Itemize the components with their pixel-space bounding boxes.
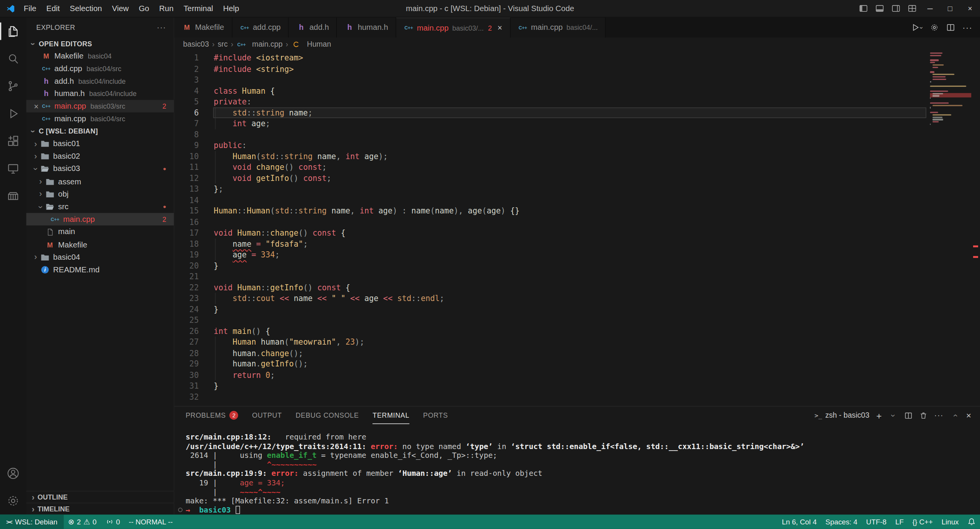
kill-terminal-icon[interactable] [919,411,927,419]
code-line-26[interactable]: 26int main() { [175,326,980,337]
editor-tab-human.h[interactable]: h human.h [337,18,397,37]
panel-more-actions-icon[interactable]: ··· [934,411,944,420]
split-terminal-icon[interactable] [904,411,912,419]
activitybar-source-control[interactable] [0,72,26,100]
panel-tab-problems[interactable]: PROBLEMS2 [186,407,238,424]
code-editor[interactable]: 1#include <iostream>2#include <string>34… [175,51,980,406]
code-line-17[interactable]: 17void Human::change() const { [175,227,980,238]
tree-item-main[interactable]: main [26,226,174,238]
code-line-8[interactable]: 8 [175,129,980,140]
panel-tab-ports[interactable]: PORTS [423,407,448,424]
tree-item-src[interactable]: › src ● [26,200,174,213]
code-line-18[interactable]: 18 name = "fdsafa"; [175,238,980,249]
activitybar-run-debug[interactable] [0,100,26,127]
code-line-31[interactable]: 31} [175,380,980,391]
breadcrumb-Human[interactable]: Human [291,40,331,49]
activitybar-account[interactable] [0,460,26,487]
tree-item-assem[interactable]: › assem [26,175,174,188]
code-line-30[interactable]: 30 return 0; [175,369,980,381]
problems-indicator[interactable]: ⊗ 2 ⚠ 0 [64,514,101,529]
statusbar-eol[interactable]: LF [891,514,908,529]
panel-tab-terminal[interactable]: TERMINAL [372,407,409,424]
menubar-item-run[interactable]: Run [154,0,179,17]
open-editors-header[interactable]: › OPEN EDITORS [26,37,174,50]
new-terminal-icon[interactable]: + [876,410,882,421]
terminal-output[interactable]: src/main.cpp:18:12: required from here/u… [175,424,980,515]
close-button[interactable]: × [960,0,980,17]
editor-tab-main.cpp[interactable]: C++ main.cpp basic04/... [510,18,606,37]
open-editor-item[interactable]: C++ add.cpp basic04/src [26,62,174,75]
code-line-23[interactable]: 23 std::cout << name << " " << age << st… [175,293,980,304]
menubar-item-edit[interactable]: Edit [41,0,65,17]
ports-indicator[interactable]: 0 [101,514,124,529]
code-line-29[interactable]: 29 human.getInfo(); [175,358,980,369]
tree-item-obj[interactable]: › obj [26,188,174,200]
code-line-27[interactable]: 27 Human human("meowrain", 23); [175,337,980,348]
explorer-more-actions-icon[interactable]: ··· [157,23,166,32]
breadcrumb-basic03[interactable]: basic03 [183,40,209,49]
menubar-item-file[interactable]: File [19,0,41,17]
tree-item-README.md[interactable]: i README.md [26,264,174,276]
outline-section[interactable]: › OUTLINE [26,491,174,503]
code-line-15[interactable]: 15Human::Human(std::string name, int age… [175,205,980,216]
code-line-22[interactable]: 22void Human::getInfo() const { [175,282,980,293]
code-line-13[interactable]: 13}; [175,184,980,195]
statusbar-language-mode[interactable]: {} C++ [908,514,937,529]
code-line-16[interactable]: 16 [175,216,980,228]
code-line-11[interactable]: 11 void change() const; [175,162,980,173]
editor-tab-Makefile[interactable]: M Makefile [175,18,232,37]
split-editor-icon[interactable] [946,23,955,32]
code-line-21[interactable]: 21 [175,271,980,282]
tree-item-basic02[interactable]: › basic02 [26,150,174,163]
statusbar-cpp-configuration[interactable]: Linux [937,514,963,529]
vim-mode-indicator[interactable]: -- NORMAL -- [124,514,177,529]
tree-item-Makefile[interactable]: M Makefile [26,238,174,251]
close-panel-icon[interactable]: × [966,410,971,420]
code-line-32[interactable]: 32 [175,391,980,402]
customize-layout-icon[interactable] [904,0,920,17]
notifications-bell-icon[interactable] [963,514,980,529]
menubar-item-view[interactable]: View [107,0,134,17]
run-file-button[interactable]: › [911,23,923,32]
toggle-secondary-sidebar-icon[interactable] [887,0,903,17]
breadcrumb-src[interactable]: src [218,40,228,49]
code-line-7[interactable]: 7 int age; [175,118,980,129]
code-line-5[interactable]: 5private: [175,96,980,107]
code-line-4[interactable]: 4class Human { [175,85,980,96]
menubar-item-go[interactable]: Go [134,0,154,17]
open-editor-item[interactable]: h add.h basic04/include [26,75,174,88]
open-editor-item[interactable]: C++ main.cpp basic04/src [26,112,174,125]
open-editor-item[interactable]: h human.h basic04/include [26,88,174,100]
close-editor-icon[interactable]: × [31,101,41,111]
activitybar-containers[interactable] [0,182,26,210]
tree-item-basic01[interactable]: › basic01 [26,137,174,150]
activitybar-explorer[interactable] [0,18,26,45]
code-line-9[interactable]: 9public: [175,140,980,151]
activitybar-search[interactable] [0,45,26,73]
menubar-item-selection[interactable]: Selection [65,0,107,17]
statusbar-encoding[interactable]: UTF-8 [862,514,891,529]
editor-tab-add.h[interactable]: h add.h [289,18,337,37]
tree-item-main.cpp[interactable]: C++ main.cpp 2 [26,213,174,226]
run-dropdown-chevron-icon[interactable]: › [918,26,925,28]
code-line-12[interactable]: 12 void getInfo() const; [175,173,980,184]
code-line-10[interactable]: 10 Human(std::string name, int age); [175,151,980,162]
minimize-button[interactable]: ─ [920,0,940,17]
panel-tab-output[interactable]: OUTPUT [252,407,282,424]
toggle-panel-icon[interactable] [871,0,887,17]
command-decoration-icon[interactable] [178,508,182,512]
code-line-28[interactable]: 28 human.change(); [175,348,980,359]
code-line-20[interactable]: 20} [175,260,980,271]
editor-settings-icon[interactable] [930,23,939,32]
code-line-2[interactable]: 2#include <string> [175,63,980,75]
terminal-profile-chevron-icon[interactable]: › [889,411,898,420]
activitybar-extensions[interactable] [0,127,26,155]
terminal-instance-selector[interactable]: >_ zsh - basic03 [815,411,869,420]
workspace-header[interactable]: › C [WSL: DEBIAN] [26,125,174,138]
menubar-item-help[interactable]: Help [218,0,244,17]
tree-item-basic04[interactable]: › basic04 [26,251,174,264]
code-line-25[interactable]: 25 [175,315,980,326]
open-editor-item[interactable]: × C++ main.cpp basic03/src 2 [26,100,174,112]
code-line-6[interactable]: 6 std::string name; [175,107,980,118]
maximize-panel-icon[interactable]: › [950,411,959,420]
